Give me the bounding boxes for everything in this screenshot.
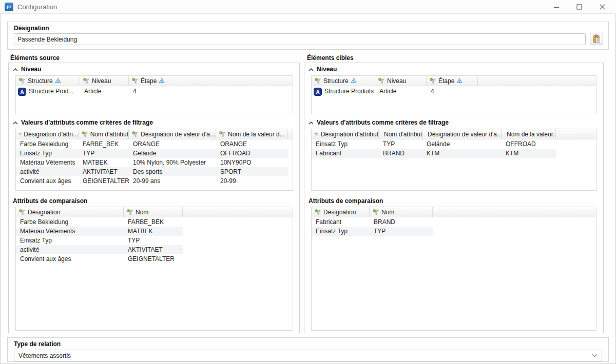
table-row[interactable]: A Structure Produits Article 4 <box>312 86 478 97</box>
collapse-caret-icon[interactable] <box>309 68 314 71</box>
configuration-window: pr Configuration Désignation <box>0 0 616 364</box>
section-label: Attributs de comparaison <box>309 197 383 205</box>
source-filter-section-header[interactable]: Valeurs d'attributs comme critères de fi… <box>13 119 153 126</box>
filter-icon <box>430 78 436 84</box>
designation-group: Désignation <box>7 22 609 50</box>
table-row[interactable]: Convient aux âges GEIGNETALTER 20-99 ans… <box>16 176 288 186</box>
source-niveau-table: Structure 1 Niveau Étape 2 <box>15 75 293 114</box>
collapse-caret-icon[interactable] <box>309 121 314 125</box>
table-row[interactable]: Fabricant BRAND KTM KTM <box>312 149 556 158</box>
column-label: Désignation de valeur d'a... <box>141 131 215 138</box>
column-header-structure[interactable]: Structure 1 <box>312 76 375 86</box>
column-header-value-name[interactable]: Nom de la valeur d... <box>216 129 288 139</box>
column-header-value-name[interactable]: Nom de la valeur... <box>502 129 556 139</box>
target-panel: Niveau Structure 1 Niveau Étape <box>304 63 604 333</box>
cell: MATBEK <box>79 158 129 167</box>
column-header-niveau[interactable]: Niveau <box>375 76 427 86</box>
column-label: Désignation de valeur d'a... <box>428 131 502 138</box>
sort-order-badge: 1 <box>353 79 355 83</box>
collapse-caret-icon[interactable] <box>13 121 18 125</box>
filter-icon <box>132 78 139 84</box>
column-header-empty <box>556 129 596 139</box>
relation-type-label: Type de relation <box>14 340 61 348</box>
relation-type-dropdown[interactable]: Vêtements assortis <box>14 350 602 361</box>
column-label: Nom d'attribut <box>90 131 128 138</box>
column-header-attr-name[interactable]: Nom d'attribut <box>79 129 129 139</box>
column-header-structure[interactable]: Structure 1 <box>16 76 80 86</box>
close-button[interactable] <box>591 0 614 14</box>
table-row[interactable]: Convient aux âges GEIGNETALTER <box>16 254 183 264</box>
table-row[interactable]: Farbe Bekleidung FARBE_BEK ORANGE ORANGE <box>16 139 288 149</box>
cell: Einsatz Typ <box>16 149 79 158</box>
relation-type-group: Type de relation Vêtements assortis <box>7 337 609 362</box>
table-row[interactable]: Farbe Bekleidung FARBE_BEK <box>16 217 183 227</box>
filter-icon <box>19 78 26 84</box>
cell: TYP <box>379 139 422 149</box>
table-row[interactable]: Einsatz Typ TYP <box>16 236 183 245</box>
table-row[interactable]: Fabricant BRAND <box>312 217 433 227</box>
cell-etape: 4 <box>129 86 179 97</box>
sort-asc-secondary-icon: 2 <box>456 78 463 84</box>
cell: ORANGE <box>129 139 216 149</box>
cell: GEIGNETALTER <box>124 254 183 264</box>
table-header-row: Désignation Nom <box>312 207 596 217</box>
table-row[interactable]: activité AKTIVITAET Des sports SPORT <box>16 167 288 176</box>
column-header-etape[interactable]: Étape 2 <box>427 76 478 86</box>
app-icon: pr <box>5 3 13 11</box>
column-label: Structure <box>28 77 53 85</box>
sort-order-badge: 2 <box>161 79 163 83</box>
table-row[interactable]: A Structure Prod... Article 4 <box>16 86 179 97</box>
cell: Fabricant <box>312 149 379 158</box>
cell: KTM <box>422 149 502 158</box>
target-niveau-section-header[interactable]: Niveau <box>309 66 337 73</box>
cell: BRAND <box>370 217 433 227</box>
column-header-nom[interactable]: Nom <box>124 207 183 217</box>
maximize-button[interactable] <box>568 0 591 14</box>
column-header-empty <box>179 76 293 86</box>
column-header-designation[interactable]: Désignation <box>312 207 370 217</box>
article-icon-letter: A <box>316 89 319 94</box>
column-header-niveau[interactable]: Niveau <box>80 76 129 86</box>
column-header-etape[interactable]: Étape 2 <box>129 76 179 86</box>
cell: ORANGE <box>216 139 288 149</box>
source-comparison-section-header: Attributs de comparaison <box>13 197 87 205</box>
source-niveau-section-header[interactable]: Niveau <box>13 66 41 73</box>
chevron-down-icon <box>592 354 598 357</box>
minimize-button[interactable] <box>545 0 568 14</box>
column-header-attr-designation[interactable]: Désignation d'attribut <box>312 129 379 139</box>
column-header-designation[interactable]: Désignation <box>16 207 124 217</box>
table-row[interactable]: activité AKTIVITAET <box>16 245 183 254</box>
designation-input[interactable] <box>14 33 586 45</box>
article-icon: A <box>314 88 322 96</box>
cell: GEIGNETALTER <box>79 176 129 186</box>
table-header-row: Structure 1 Niveau Étape 2 <box>16 76 293 86</box>
column-header-nom[interactable]: Nom <box>370 207 433 217</box>
collapse-caret-icon[interactable] <box>13 68 18 71</box>
table-row[interactable]: Einsatz Typ TYP Gelände OFFROAD <box>312 139 556 149</box>
table-row[interactable]: Einsatz Typ TYP Gelände OFFROAD <box>16 149 288 158</box>
sort-order-badge: 2 <box>459 79 461 83</box>
column-header-attr-designation[interactable]: Désignation d'attri... <box>16 129 79 139</box>
column-label: Nom d'attribut <box>384 131 422 138</box>
target-elements-title: Éléments cibles <box>307 54 354 62</box>
column-header-value-designation[interactable]: Désignation de valeur d'a... <box>129 129 216 139</box>
target-filter-values-table: Désignation d'attribut Nom d'attribut Dé… <box>311 129 596 191</box>
column-header-attr-name[interactable]: Nom d'attribut <box>379 129 422 139</box>
cell: OFFROAD <box>502 139 556 149</box>
table-row[interactable]: Matériau Vêtements MATBEK 10% Nylon, 90%… <box>16 158 288 167</box>
source-panel: Niveau Structure 1 Niveau Étape <box>8 63 300 333</box>
cell: 10% Nylon, 90% Polyester <box>129 158 216 167</box>
table-header-row: Désignation Nom <box>16 207 293 217</box>
column-label: Désignation <box>28 209 60 216</box>
clipboard-button[interactable] <box>590 33 603 45</box>
table-row[interactable]: Matériau Vêtements MATBEK <box>16 227 183 236</box>
cell: Convient aux âges <box>16 176 79 186</box>
table-row[interactable]: Einsatz Typ TYP <box>312 227 433 236</box>
window-title: Configuration <box>17 3 57 11</box>
cell: Convient aux âges <box>16 254 124 264</box>
cell: Einsatz Typ <box>312 139 379 149</box>
source-elements-title: Éléments source <box>10 54 60 62</box>
cell: 20-99 <box>216 176 288 186</box>
column-header-value-designation[interactable]: Désignation de valeur d'a... <box>422 129 502 139</box>
target-filter-section-header[interactable]: Valeurs d'attributs comme critères de fi… <box>309 119 449 126</box>
